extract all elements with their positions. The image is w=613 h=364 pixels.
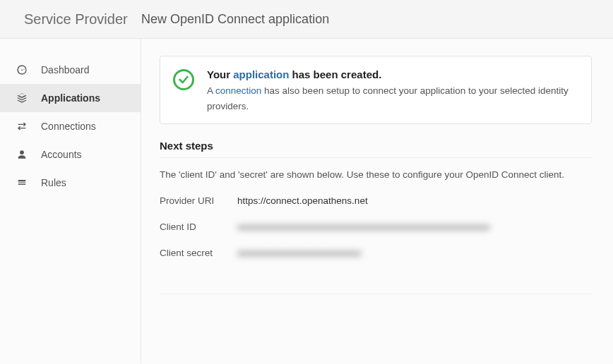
brand-title: Service Provider bbox=[0, 11, 141, 28]
connections-icon bbox=[16, 121, 28, 132]
rules-icon bbox=[16, 178, 28, 188]
sidebar-item-accounts[interactable]: Accounts bbox=[0, 140, 141, 169]
next-steps-heading: Next steps bbox=[160, 140, 592, 158]
applications-icon bbox=[16, 92, 28, 104]
accounts-icon bbox=[16, 149, 28, 160]
dashboard-icon bbox=[16, 64, 28, 75]
row-client-id: Client ID xxxxxxxxxxxxxxxxxxxxxxxxxxxxxx… bbox=[160, 222, 592, 232]
alert-title-prefix: Your bbox=[207, 68, 233, 80]
topbar: Service Provider New OpenID Connect appl… bbox=[0, 0, 613, 39]
success-alert: Your application has been created. A con… bbox=[160, 56, 592, 124]
sidebar-item-label: Dashboard bbox=[41, 64, 90, 75]
alert-title-suffix: has been created. bbox=[289, 68, 381, 80]
label-client-id: Client ID bbox=[160, 222, 237, 232]
value-client-id: xxxxxxxxxxxxxxxxxxxxxxxxxxxxxxxxxxxxxxxx… bbox=[237, 222, 490, 232]
sidebar-item-applications[interactable]: Applications bbox=[0, 84, 141, 112]
value-client-secret: xxxxxxxxxxxxxxxxxxxxxxxxxx bbox=[237, 248, 362, 258]
main-content: Your application has been created. A con… bbox=[141, 39, 613, 363]
sidebar-item-connections[interactable]: Connections bbox=[0, 112, 141, 140]
connection-link[interactable]: connection bbox=[215, 85, 261, 96]
sidebar-item-rules[interactable]: Rules bbox=[0, 169, 141, 197]
sidebar: Dashboard Applications Connections Accou… bbox=[0, 39, 141, 363]
divider bbox=[160, 293, 592, 294]
alert-subtext: A connection has also been setup to conn… bbox=[207, 83, 578, 114]
sidebar-item-label: Accounts bbox=[41, 149, 82, 160]
alert-title: Your application has been created. bbox=[207, 66, 578, 83]
alert-sub-suffix: has also been setup to connect your appl… bbox=[207, 85, 569, 111]
sidebar-item-dashboard[interactable]: Dashboard bbox=[0, 56, 141, 84]
row-provider-uri: Provider URI https://connect.openathens.… bbox=[160, 195, 592, 206]
label-client-secret: Client secret bbox=[160, 248, 237, 258]
alert-sub-prefix: A bbox=[207, 85, 215, 96]
sidebar-item-label: Rules bbox=[41, 177, 66, 188]
sidebar-item-label: Connections bbox=[41, 121, 96, 132]
value-provider-uri: https://connect.openathens.net bbox=[237, 195, 368, 206]
next-steps-desc: The 'client ID' and 'secret' are shown b… bbox=[160, 169, 592, 180]
label-provider-uri: Provider URI bbox=[160, 195, 237, 206]
row-client-secret: Client secret xxxxxxxxxxxxxxxxxxxxxxxxxx bbox=[160, 248, 592, 258]
sidebar-item-label: Applications bbox=[41, 92, 100, 104]
application-link[interactable]: application bbox=[233, 68, 289, 80]
page-title: New OpenID Connect application bbox=[141, 12, 329, 27]
check-icon bbox=[173, 69, 194, 90]
